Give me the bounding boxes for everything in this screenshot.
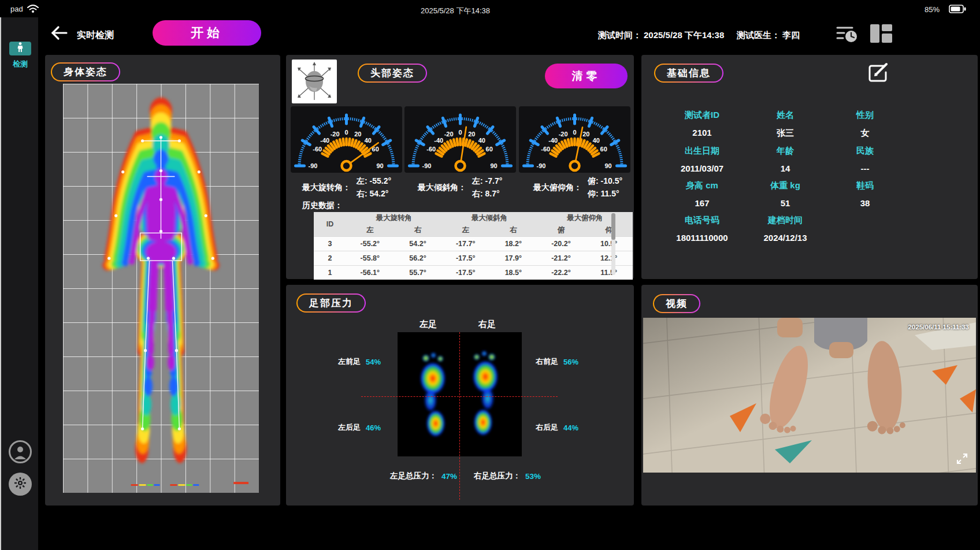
info-label: 鞋码	[825, 180, 905, 191]
info-label: 姓名	[745, 110, 825, 121]
test-doctor-value: 李四	[782, 30, 800, 41]
metric-left-value: 左: -7.7°	[472, 176, 502, 187]
edit-button[interactable]	[867, 62, 890, 86]
svg-text:-20: -20	[331, 131, 340, 138]
head-posture-panel: 头部姿态 清零 -90-60-40-20020406090 -90-60-40-…	[286, 55, 634, 279]
svg-text:90: 90	[604, 162, 611, 169]
battery-icon	[949, 5, 966, 16]
quadrant-value: 46%	[366, 423, 381, 432]
gear-icon	[13, 476, 27, 492]
info-value: 14	[745, 163, 825, 173]
history-label: 历史数据：	[302, 200, 343, 211]
metric-rotation: 最大旋转角： 左: -55.2°右: 54.2°	[302, 176, 391, 199]
table-header: 右	[394, 224, 442, 237]
svg-text:-40: -40	[548, 137, 558, 144]
info-label: 电话号码	[659, 215, 745, 226]
history-clock-icon	[836, 25, 858, 43]
body-posture-panel: 身体姿态	[45, 55, 280, 506]
fullscreen-button[interactable]	[956, 453, 968, 467]
person-icon	[17, 42, 24, 55]
info-value: 2011/03/07	[659, 163, 745, 173]
basic-info-badge-label: 基础信息	[655, 65, 722, 81]
history-table: ID最大旋转角最大倾斜角最大俯仰角左右左右俯仰3-55.2°54.2°-17.7…	[314, 212, 633, 280]
info-value: 张三	[745, 128, 825, 139]
table-scrollbar[interactable]	[611, 212, 615, 275]
metric-tilt: 最大倾斜角： 左: -7.7°右: 8.7°	[418, 176, 502, 199]
table-header: 最大倾斜角	[441, 212, 537, 224]
metric-label: 最大旋转角：	[302, 183, 351, 193]
metric-right-value: 右: 54.2°	[357, 189, 391, 199]
svg-text:-60: -60	[426, 146, 436, 153]
quadrant-right-rear: 右后足 44%	[536, 422, 578, 433]
total-label: 右足总压力：	[474, 471, 521, 481]
head-posture-badge-label: 头部姿态	[359, 65, 426, 81]
quadrant-value: 54%	[366, 358, 381, 366]
svg-text:40: 40	[365, 137, 372, 144]
table-header: 最大旋转角	[346, 212, 441, 224]
info-value: ---	[825, 163, 905, 173]
info-label: 建档时间	[745, 215, 825, 226]
gauge-rotation: -90-60-40-20020406090	[291, 106, 402, 173]
test-doctor: 测试医生： 李四	[737, 30, 800, 41]
metric-right-value: 右: 8.7°	[472, 189, 502, 199]
info-value: 2024/12/13	[745, 233, 825, 243]
info-value: 38	[825, 198, 905, 208]
sidebar-item-detect[interactable]	[9, 42, 31, 55]
video-panel: 视频	[641, 285, 978, 506]
svg-text:40: 40	[593, 137, 600, 144]
statusbar-clock: 2025/5/28 下午14:38	[421, 6, 490, 16]
basic-info-badge: 基础信息	[654, 64, 723, 83]
table-header: 仰	[585, 224, 633, 237]
info-label: 年龄	[745, 146, 825, 157]
video-badge-label: 视频	[654, 295, 699, 312]
history-table-wrap: ID最大旋转角最大倾斜角最大俯仰角左右左右俯仰3-55.2°54.2°-17.7…	[314, 212, 637, 280]
table-header: 左	[346, 224, 394, 237]
fullscreen-icon	[956, 453, 968, 464]
table-scrollbar-thumb[interactable]	[611, 213, 615, 240]
svg-text:90: 90	[490, 162, 497, 169]
total-value: 53%	[525, 472, 541, 481]
basic-info-panel: 基础信息 测试者ID姓名性别2101张三女出生日期年龄民族2011/03/071…	[641, 55, 978, 279]
foot-pressure-badge-label: 足部压力	[298, 295, 365, 311]
device-label: pad	[10, 5, 23, 13]
metric-left-value: 左: -55.2°	[357, 176, 391, 187]
profile-button[interactable]	[9, 440, 32, 463]
table-header: 俯	[537, 224, 585, 237]
svg-text:-60: -60	[541, 146, 550, 153]
test-doctor-label: 测试医生：	[737, 30, 780, 41]
app-screen: pad 2025/5/28 下午14:38 85% 检测 实时检测 开	[0, 0, 980, 550]
head-axes-thumbnail	[292, 60, 337, 103]
metric-up-value: 仰: 11.5°	[588, 189, 622, 199]
head-posture-badge: 头部姿态	[358, 64, 427, 83]
svg-text:-20: -20	[444, 131, 454, 138]
quadrant-value: 56%	[563, 358, 578, 366]
settings-button[interactable]	[9, 473, 32, 496]
info-value: 18011110000	[659, 233, 745, 243]
back-button[interactable]	[51, 25, 68, 43]
svg-text:40: 40	[478, 137, 485, 144]
svg-text:0: 0	[458, 129, 462, 136]
battery-percent: 85%	[925, 5, 940, 14]
svg-text:-40: -40	[434, 137, 443, 144]
edit-pencil-icon	[867, 62, 890, 84]
quadrant-label: 左后足	[338, 422, 361, 433]
layout-switch-button[interactable]	[869, 23, 893, 46]
info-label: 测试者ID	[659, 110, 745, 121]
quadrant-label: 右后足	[536, 422, 558, 433]
video-timestamp: 2025/06/11 15:11:33	[908, 324, 969, 330]
info-label: 出生日期	[659, 146, 745, 157]
clear-button[interactable]: 清零	[545, 64, 628, 88]
quadrant-value: 44%	[563, 423, 578, 432]
left-foot-total: 左足总压力： 47%	[390, 471, 457, 481]
start-button[interactable]: 开始	[153, 20, 261, 46]
sidebar: 检测	[1, 17, 38, 550]
quadrant-right-fore: 右前足 56%	[536, 356, 578, 367]
metric-label: 最大倾斜角：	[418, 183, 466, 193]
history-report-button[interactable]	[836, 25, 858, 46]
gauge-tilt: -90-60-40-20020406090	[404, 106, 516, 173]
table-header: ID	[314, 212, 346, 237]
svg-text:-60: -60	[313, 146, 322, 153]
thermal-body-figure	[63, 84, 259, 493]
body-posture-badge-label: 身体姿态	[52, 64, 119, 80]
info-value: 女	[825, 128, 905, 139]
